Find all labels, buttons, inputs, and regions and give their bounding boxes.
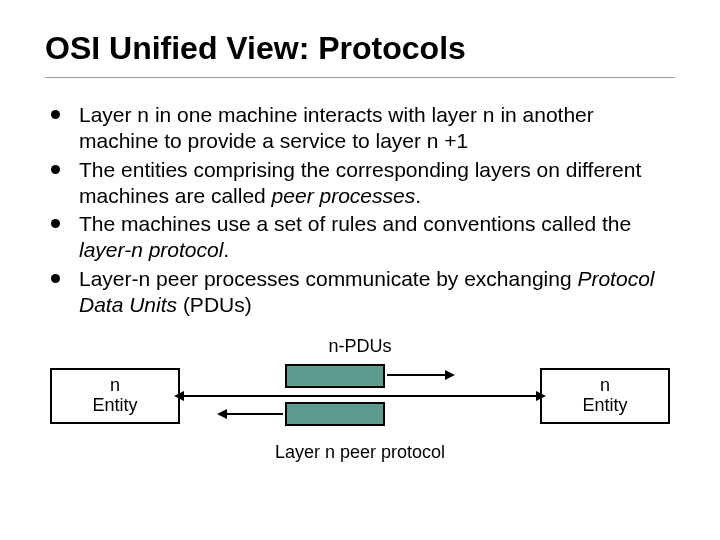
protocol-label: Layer n peer protocol — [50, 442, 670, 463]
entity-left-box: n Entity — [50, 368, 180, 424]
page-title: OSI Unified View: Protocols — [45, 30, 675, 78]
pdu-label: n-PDUs — [50, 336, 670, 357]
arrowhead-bottom-left-icon — [217, 409, 227, 419]
entity-right-box: n Entity — [540, 368, 670, 424]
list-item: The entities comprising the correspondin… — [45, 157, 675, 210]
pdu-box-bottom — [285, 402, 385, 426]
list-item: Layer n in one machine interacts with la… — [45, 102, 675, 155]
bullet-text: Layer-n peer processes communicate by ex… — [79, 267, 577, 290]
pdu-box-top — [285, 364, 385, 388]
entity-right-text: n Entity — [582, 376, 627, 416]
list-item: Layer-n peer processes communicate by ex… — [45, 266, 675, 319]
bullet-list: Layer n in one machine interacts with la… — [45, 102, 675, 318]
entity-left-text: n Entity — [92, 376, 137, 416]
bullet-text: Layer n in one machine interacts with la… — [79, 103, 594, 152]
bullet-post: (PDUs) — [177, 293, 252, 316]
arrowhead-top-right-icon — [445, 370, 455, 380]
bullet-text: The machines use a set of rules and conv… — [79, 212, 631, 235]
arrow-bottom-line — [225, 413, 283, 415]
bullet-em: layer-n protocol — [79, 238, 223, 261]
list-item: The machines use a set of rules and conv… — [45, 211, 675, 264]
bullet-em: peer processes — [272, 184, 416, 207]
bullet-post: . — [223, 238, 229, 261]
arrowhead-right-icon — [536, 391, 546, 401]
arrow-top-line — [387, 374, 447, 376]
arrow-bidirectional-line — [182, 395, 538, 397]
bullet-post: . — [415, 184, 421, 207]
diagram: n-PDUs n Entity n Entity Layer n peer pr… — [50, 336, 670, 466]
arrowhead-left-icon — [174, 391, 184, 401]
